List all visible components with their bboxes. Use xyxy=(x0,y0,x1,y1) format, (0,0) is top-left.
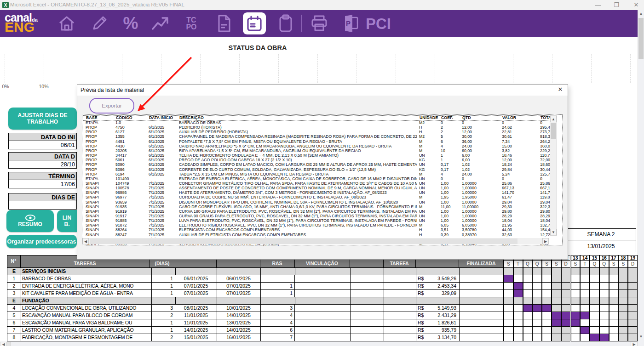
material-scroll-right-icon[interactable]: ▶ xyxy=(542,238,549,244)
material-cell: 0 xyxy=(462,176,500,181)
resumo-button[interactable]: RESUMO xyxy=(6,210,54,232)
material-row[interactable]: SINAPI919357/1/2025CABO DE COBRE FLEXÍVE… xyxy=(83,204,553,209)
hscroll-split-handle[interactable] xyxy=(6,342,11,346)
printer-icon[interactable] xyxy=(307,13,331,34)
cell-col8 xyxy=(350,312,384,319)
dialog-close-icon[interactable]: ✕ xyxy=(556,86,565,94)
task-row[interactable]: 1BARRACO DE OBRAS106/01/202506/01/2025R$… xyxy=(7,275,504,283)
scroll-right-icon[interactable]: ▶ xyxy=(631,342,638,346)
section-row[interactable]: ESERVIÇOS INICIAIS xyxy=(7,268,504,275)
gantt-cell xyxy=(552,275,561,283)
task-row[interactable]: 7LASTRO COM MATERIAL GRANULAR, APLICAÇÃO… xyxy=(7,327,504,334)
material-row[interactable]: SINAPI919197/1/2025CURVA 180 GRAUS PARA … xyxy=(83,209,553,214)
gantt-cell xyxy=(571,297,581,305)
field-value[interactable]: 28/10 xyxy=(8,160,77,169)
cell-vinc xyxy=(295,312,351,319)
task-row[interactable]: 4LOCAÇÃO CONVENCIONAL DE OBRA, UTILIZAND… xyxy=(7,305,504,312)
material-row[interactable]: ETAPA1.0BARRACO DE OBRASM20000 xyxy=(83,120,553,125)
task-row[interactable]: 2ENTRADA DE ENERGIA ELÉTRICA, AÉREA, MON… xyxy=(7,283,504,290)
material-row[interactable]: PROP44306/1/2025CAIBRO NAO APARELHADO *5… xyxy=(83,144,553,148)
task-row[interactable]: 8FABRICAÇÃO, MONTAGEM E DESMONTAGEM DE21… xyxy=(7,334,504,341)
material-vscroll-thumb[interactable] xyxy=(551,123,556,139)
section-row[interactable]: EFUNDAÇÃO xyxy=(7,297,504,305)
material-row[interactable]: SINAPI936597/1/2025DISJUNTOR MONOPOLAR T… xyxy=(83,200,553,204)
gantt-cell xyxy=(561,305,571,312)
material-row[interactable]: SINAPI918857/1/2025LUVA PARA ELETRODUTO,… xyxy=(83,218,553,223)
field-value[interactable] xyxy=(8,201,77,210)
maximize-button[interactable]: ❐ xyxy=(610,1,623,8)
material-cell: 25,86 xyxy=(502,181,539,186)
project-export-icon[interactable]: P xyxy=(339,13,362,34)
exportar-button[interactable]: Exportar xyxy=(89,98,134,113)
material-cell: 7/1/2025 xyxy=(149,209,177,214)
material-list-vscrollbar[interactable]: ▲ ▼ xyxy=(550,115,557,236)
scroll-down-icon[interactable]: ▼ xyxy=(638,333,644,340)
vscroll-thumb[interactable] xyxy=(638,18,644,59)
material-cell: PROP xyxy=(86,153,113,158)
pci-label[interactable]: PCI xyxy=(366,15,391,33)
schedule-header-fin: FINALIZADA xyxy=(459,261,504,267)
minimize-button[interactable]: — xyxy=(591,1,605,8)
excel-icon: X xyxy=(2,2,9,8)
organizar-predecessoras-button[interactable]: Organizar predecessoras xyxy=(6,235,77,248)
material-row[interactable]: SINAPI919177/1/2025CURVA 90 GRAUS PARA E… xyxy=(83,214,553,218)
material-row[interactable]: SINAPI1047497/1/2025CONECTOR GRAMPO METÁ… xyxy=(83,181,553,186)
material-row[interactable]: PROP344176/1/2025TELHA DE FIBROCIMENTO O… xyxy=(83,153,553,158)
close-button[interactable]: ✕ xyxy=(629,1,643,8)
linha-base-button[interactable]: LINB. xyxy=(57,210,77,232)
material-list-hscrollbar[interactable]: ◀ ▶ xyxy=(82,238,549,244)
tcpo-icon[interactable]: TCPO xyxy=(179,13,203,34)
currency-symbol: R$ xyxy=(418,319,424,326)
task-row[interactable]: 5ESCAVAÇÃO MANUAL PARA BLOCO DE COROAM21… xyxy=(7,312,504,319)
gantt-cell xyxy=(542,290,552,297)
material-row[interactable]: PROP44916/1/2025PONTALETE *7,5 X 7,5* CM… xyxy=(83,139,553,144)
scroll-left-icon[interactable]: ◀ xyxy=(0,342,7,346)
material-row[interactable]: ETAPA101490ENTRADA DE ENERGIA ELÉTRICA, … xyxy=(83,176,553,181)
material-scroll-left-icon[interactable]: ◀ xyxy=(82,238,89,244)
scroll-up-icon[interactable]: ▲ xyxy=(638,10,644,17)
trend-icon[interactable] xyxy=(148,13,172,34)
material-row[interactable]: SINAPI1005787/1/2025ASSENTAMENTO DE POST… xyxy=(83,186,553,190)
pencil-icon[interactable] xyxy=(87,13,111,34)
material-scroll-down-icon[interactable]: ▼ xyxy=(550,229,557,235)
gantt-cell xyxy=(590,319,599,327)
ajustar-dias-button[interactable]: AJUSTAR DIAS DE TRABALHO xyxy=(8,108,77,130)
percent-icon[interactable]: % xyxy=(119,13,143,34)
material-hscroll-thumb[interactable] xyxy=(90,238,518,244)
chart-gridline xyxy=(435,54,435,83)
material-row[interactable]: SINAPI918727/1/2025ELETRODUTO RÍGIDO ROS… xyxy=(83,223,553,227)
material-row[interactable]: PROP47506/1/2025PEDREIRO (HORISTA)H212,0… xyxy=(83,125,553,130)
material-row[interactable]: SINAPI969777/1/2025CORDOALHA DE COBRE NU… xyxy=(83,195,553,199)
material-row[interactable]: PROP50616/1/2025PREGO DE ACO POLIDO COM … xyxy=(83,158,553,162)
material-row[interactable]: PROP50866/1/2025CORRENTE DE ELO CURTO CO… xyxy=(83,167,553,172)
calendar-icon[interactable] xyxy=(243,12,266,34)
material-cell: ELETRODUTO RÍGIDO ROSCÁVEL, PVC, DN 32 M… xyxy=(179,223,417,227)
material-row[interactable]: SINAPI969867/1/2025HASTE DE ATERRAMENTO,… xyxy=(83,190,553,195)
home-icon[interactable] xyxy=(55,13,79,34)
material-row[interactable]: PROP13556/1/2025CHAPA/PAINEL DE MADEIRA … xyxy=(83,134,553,139)
gantt-cell xyxy=(590,297,599,305)
material-cell: 4 xyxy=(441,144,460,148)
material-cell: 6/1/2025 xyxy=(149,139,177,144)
task-row[interactable]: 3KIT CAVALETE PARA MEDIÇÃO DE ÁGUA - ENT… xyxy=(7,290,504,297)
material-row[interactable]: SINAPI882647/1/2025ELETRICISTA COM ENCAR… xyxy=(83,227,553,232)
task-row[interactable]: 6ESCAVAÇÃO MANUAL PARA VIGA BALDRAME OU1… xyxy=(7,319,504,327)
cell-num: 4 xyxy=(7,305,21,312)
window-vertical-scrollbar[interactable]: ▲ ▼ xyxy=(638,10,644,341)
gantt-cell xyxy=(571,305,581,312)
material-row[interactable]: SINAPI882477/1/2025AUXILIAR DE ELETRICIS… xyxy=(83,233,553,237)
material-cell: 4430 xyxy=(115,144,147,148)
material-row[interactable]: PROP202056/1/2025RIPA APARELHADA *1,5 X … xyxy=(83,148,553,153)
material-row[interactable]: PROP61276/1/2025AUXILIAR DE PEDREIRO (HO… xyxy=(83,130,553,134)
field-value[interactable]: 06/01 xyxy=(8,141,77,149)
clipboard-icon[interactable] xyxy=(274,13,298,34)
gantt-day-letter: S xyxy=(552,261,561,268)
material-cell: 6/1/2025 xyxy=(149,158,177,162)
material-row[interactable]: PROP61946/1/2025TABUA *2,5 X 15 CM EM PI… xyxy=(83,172,553,176)
gantt-cell xyxy=(590,334,599,341)
material-cell xyxy=(149,176,177,181)
material-row[interactable]: PROP50906/1/2025CADEADO SIMPLES, CORPO E… xyxy=(83,162,553,167)
material-scroll-up-icon[interactable]: ▲ xyxy=(550,116,557,122)
document-icon[interactable] xyxy=(212,13,236,34)
field-value[interactable]: 17/06 xyxy=(8,180,77,188)
